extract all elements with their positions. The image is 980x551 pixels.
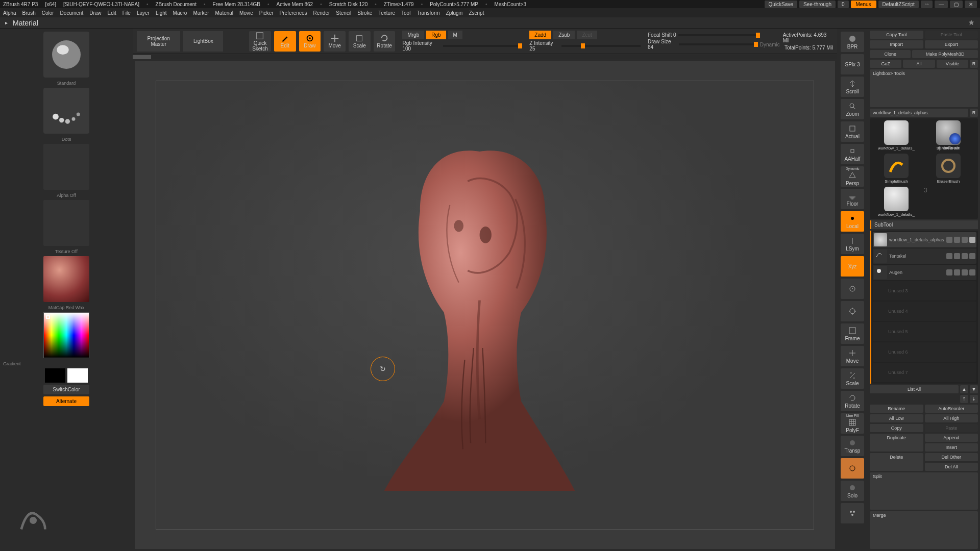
menu-document[interactable]: Document <box>60 10 84 16</box>
solo-button[interactable]: Solo <box>841 481 864 501</box>
nav-move-button[interactable]: Move <box>841 346 864 366</box>
linefill-button[interactable]: Line FillPolyF <box>841 413 864 434</box>
minimize-icon[interactable]: — <box>935 1 948 8</box>
clone-button[interactable]: Clone <box>870 50 911 58</box>
menu-color[interactable]: Color <box>42 10 54 16</box>
all-button[interactable]: All <box>903 60 935 68</box>
xyz-button[interactable]: Xyz <box>841 256 864 277</box>
menu-zscript[interactable]: Zscript <box>469 10 484 16</box>
menu-zplugin[interactable]: Zplugin <box>446 10 463 16</box>
floor-button[interactable]: Floor <box>841 189 864 209</box>
m-button[interactable]: M <box>448 31 462 39</box>
tool-thumb-4[interactable] <box>936 154 961 178</box>
menu-macro[interactable]: Macro <box>173 10 187 16</box>
delete-button[interactable]: Delete <box>870 453 923 471</box>
pin-icon[interactable] <box>968 19 975 27</box>
switchcolor-button[interactable]: SwitchColor <box>43 385 89 394</box>
rgb-button[interactable]: Rgb <box>426 31 446 39</box>
close-icon[interactable]: ✕ <box>965 1 977 8</box>
copy-button[interactable]: Copy <box>870 424 923 432</box>
export-button[interactable]: Export <box>925 40 978 48</box>
focal-slider[interactable] <box>678 34 760 36</box>
menu-tool[interactable]: Tool <box>401 10 410 16</box>
viewport[interactable] <box>135 61 835 549</box>
stroke-tile[interactable] <box>43 88 89 134</box>
drawsize-slider[interactable] <box>679 43 757 45</box>
subtool-row[interactable]: workflow_1_details_alphas <box>873 232 976 247</box>
edit-button[interactable]: Edit <box>274 31 296 52</box>
arrow-up-icon[interactable]: ▲ <box>960 385 968 393</box>
persp-button[interactable]: DynamicPersp <box>841 166 864 187</box>
center-button[interactable] <box>841 279 864 299</box>
merge-button[interactable]: Merge <box>870 511 978 549</box>
rename-button[interactable]: Rename <box>870 405 923 413</box>
menu-brush[interactable]: Brush <box>22 10 36 16</box>
menu-texture[interactable]: Texture <box>378 10 395 16</box>
actual-button[interactable]: Actual <box>841 121 864 142</box>
zcut-button[interactable]: Zcut <box>577 31 597 39</box>
mrgb-button[interactable]: Mrgb <box>402 31 424 39</box>
alllow-button[interactable]: All Low <box>870 414 923 422</box>
tool-thumb-1[interactable] <box>884 120 909 145</box>
color-picker[interactable] <box>43 312 89 358</box>
quicksave-button[interactable]: QuickSave <box>765 1 797 8</box>
duplicate-button[interactable]: Duplicate <box>870 434 923 452</box>
import-button[interactable]: Import <box>870 40 923 48</box>
paste-button[interactable]: Paste <box>925 424 978 432</box>
rotate-button[interactable]: Rotate <box>374 31 396 52</box>
subtool-header[interactable]: SubTool <box>870 220 978 229</box>
menu-transform[interactable]: Transform <box>416 10 439 16</box>
bpr-button[interactable]: BPR <box>841 32 864 52</box>
z-intensity-label[interactable]: Z Intensity 25 <box>529 40 559 52</box>
menu-light[interactable]: Light <box>156 10 167 16</box>
xpose-button[interactable] <box>841 503 864 523</box>
gradient-white[interactable] <box>67 368 88 383</box>
default-script-button[interactable]: DefaultZScript <box>878 1 919 8</box>
scroll-button[interactable]: Scroll <box>841 77 864 97</box>
menu-stencil[interactable]: Stencil <box>336 10 351 16</box>
draw-size-label[interactable]: Draw Size 64 <box>648 39 677 50</box>
focal-shift-label[interactable]: Focal Shift 0 <box>648 32 676 38</box>
menus-button[interactable]: Menus <box>851 1 876 8</box>
projection-master-button[interactable]: Projection Master <box>137 31 180 52</box>
draw-button[interactable]: Draw <box>299 31 321 52</box>
lightbox-tools-link[interactable]: Lightbox> Tools <box>870 69 978 107</box>
subtool-row[interactable]: Augen <box>873 265 976 280</box>
tool-thumb-3[interactable] <box>884 154 909 178</box>
goz-button[interactable]: GoZ <box>870 60 901 68</box>
move-button[interactable]: Move <box>324 31 346 52</box>
menu-material[interactable]: Material <box>215 10 234 16</box>
delother-button[interactable]: Del Other <box>925 453 978 461</box>
makepolymesh-button[interactable]: Make PolyMesh3D <box>912 50 978 58</box>
append-button[interactable]: Append <box>925 434 978 442</box>
texture-tile[interactable] <box>43 200 89 246</box>
rgb-intensity-slider[interactable] <box>443 45 522 47</box>
scale-button[interactable]: Scale <box>349 31 371 52</box>
subtool-row[interactable]: Tentakel <box>873 248 976 264</box>
menu-draw[interactable]: Draw <box>89 10 101 16</box>
aahalf-button[interactable]: AAHalf <box>841 144 864 164</box>
nav-rotate-button[interactable]: Rotate <box>841 391 864 411</box>
material-tile[interactable] <box>43 256 89 302</box>
zadd-button[interactable]: Zadd <box>529 31 551 39</box>
menu-movie[interactable]: Movie <box>239 10 253 16</box>
rgb-intensity-label[interactable]: Rgb Intensity 100 <box>402 40 441 52</box>
delall-button[interactable]: Del All <box>925 463 978 471</box>
autoreorder-button[interactable]: AutoReorder <box>925 405 978 413</box>
tool-thumb-5[interactable] <box>884 187 909 211</box>
local-button[interactable]: Local <box>841 211 864 232</box>
visible-button[interactable]: Visible <box>937 60 968 68</box>
active-tool-name[interactable]: workflow_1_details_alphas. <box>870 109 968 117</box>
move-up-icon[interactable]: ⇡ <box>960 395 968 403</box>
timeline-ruler[interactable] <box>133 55 837 59</box>
listall-button[interactable]: List All <box>870 385 959 393</box>
transp-button[interactable]: Transp <box>841 436 864 456</box>
z-intensity-slider[interactable]: .slider-bar[style*="25"]::after{right:au… <box>561 45 641 47</box>
alternate-button[interactable]: Alternate <box>43 396 89 406</box>
target-button[interactable] <box>841 301 864 321</box>
menu-alpha[interactable]: Alpha <box>3 10 16 16</box>
alpha-tile[interactable] <box>43 144 89 190</box>
maximize-icon[interactable]: ▢ <box>950 1 963 8</box>
move-down-icon[interactable]: ⇣ <box>970 395 978 403</box>
brush-tile[interactable] <box>43 32 89 78</box>
